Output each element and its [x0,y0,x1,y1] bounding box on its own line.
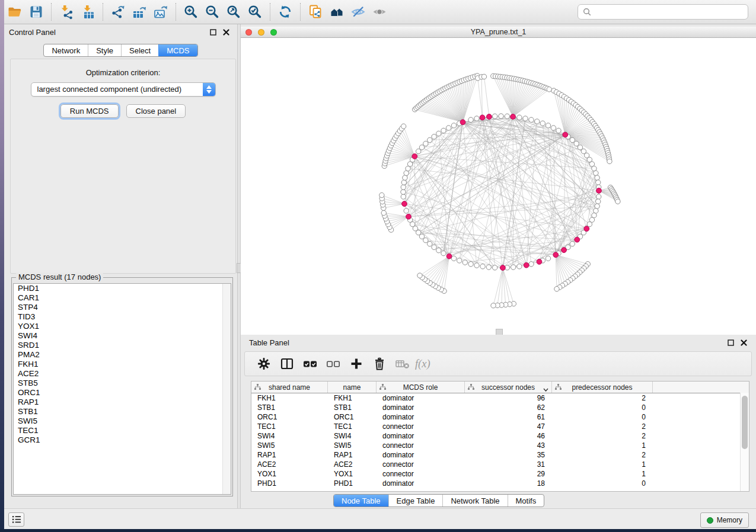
table-row[interactable]: TEC1TEC1connector472 [251,422,749,431]
graph-node[interactable] [570,137,575,142]
export-table-icon[interactable] [129,2,150,22]
graph-node[interactable] [474,263,479,268]
table-row[interactable]: ACE2ACE2connector311 [251,460,749,469]
run-mcds-button[interactable]: Run MCDS [60,104,119,118]
graph-leaf-node[interactable] [607,159,612,164]
graph-leaf-node[interactable] [554,287,559,291]
network-view[interactable] [241,38,756,335]
graph-node[interactable] [499,114,503,118]
graph-node[interactable] [441,251,446,255]
close-panel-icon[interactable] [737,338,750,347]
search-input[interactable] [595,7,743,17]
list-item[interactable]: ORC1 [14,388,231,398]
list-item[interactable]: STP4 [14,303,231,312]
table-row[interactable]: PHD1PHD1dominator180 [251,479,749,488]
refresh-network-icon[interactable] [275,2,296,22]
graph-node[interactable] [551,126,556,130]
graph-node[interactable] [423,141,428,146]
select-all-icon[interactable] [298,353,321,374]
column-header-name[interactable]: name [328,382,377,393]
graph-leaf-node[interactable] [481,74,486,79]
graph-hub-node[interactable] [500,265,505,271]
table-row[interactable]: RAP1RAP1dominator352 [251,450,749,460]
graph-node[interactable] [540,121,545,126]
graph-hub-node[interactable] [402,201,407,207]
task-history-button[interactable] [8,512,24,527]
graph-node[interactable] [480,264,485,269]
graph-node[interactable] [416,149,420,153]
show-all-icon[interactable] [369,2,390,22]
list-item[interactable]: SWI5 [14,416,231,426]
add-column-icon[interactable] [344,353,368,374]
graph-node[interactable] [529,262,534,267]
search-field[interactable] [578,4,748,20]
open-session-icon[interactable] [4,2,25,22]
import-network-icon[interactable] [56,2,77,22]
graph-leaf-node[interactable] [379,193,384,197]
zoom-in-icon[interactable] [180,2,202,22]
graph-node[interactable] [511,265,515,270]
graph-hub-node[interactable] [460,120,465,125]
graph-node[interactable] [594,171,598,175]
graph-hub-node[interactable] [553,252,559,258]
tab-style[interactable]: Style [88,44,121,56]
graph-node[interactable] [546,123,550,128]
network-window-titlebar[interactable]: YPA_prune.txt_1 [241,27,756,38]
table-row[interactable]: SWI5SWI5connector431 [251,441,749,450]
table-row[interactable]: STB1STB1dominator620 [251,403,749,412]
graph-node[interactable] [587,222,592,226]
float-panel-icon[interactable] [724,338,737,347]
close-panel-icon[interactable] [219,27,232,37]
list-item[interactable]: YOX1 [14,322,231,331]
tab-mcds[interactable]: MCDS [158,44,197,56]
graph-node[interactable] [595,199,600,204]
graph-node[interactable] [594,209,598,213]
graph-leaf-node[interactable] [615,199,620,204]
list-item[interactable]: TEC1 [14,426,231,435]
graph-hub-node[interactable] [511,114,516,120]
list-scrollbar[interactable] [222,284,231,494]
graph-hub-node[interactable] [575,237,580,242]
mcds-result-list[interactable]: PHD1CAR1STP4TID3YOX1SWI4SRD1PMA2FKH1ACE2… [13,283,231,495]
list-item[interactable]: TID3 [14,312,231,322]
graph-node[interactable] [404,171,409,175]
graph-node[interactable] [468,262,473,267]
graph-node[interactable] [436,248,441,252]
export-network-icon[interactable] [107,2,129,22]
table-scrollbar-thumb[interactable] [742,396,748,449]
list-item[interactable]: SWI4 [14,331,231,341]
tab-motifs[interactable]: Motifs [508,495,544,507]
graph-node[interactable] [428,241,432,246]
graph-node[interactable] [401,185,406,190]
graph-node[interactable] [451,123,456,128]
deselect-all-icon[interactable] [321,353,344,374]
graph-node[interactable] [441,128,446,133]
list-item[interactable]: PHD1 [14,284,231,293]
tab-network-table[interactable]: Network Table [442,495,507,507]
memory-button[interactable]: Memory [700,512,749,528]
delete-icon[interactable] [368,353,391,374]
graph-leaf-node[interactable] [381,210,386,215]
graph-hub-node[interactable] [563,132,568,137]
column-header-successor-nodes[interactable]: successor nodes [465,382,552,393]
graph-node[interactable] [529,117,534,122]
graph-node[interactable] [492,114,497,118]
graph-leaf-node[interactable] [547,87,551,92]
graph-node[interactable] [457,258,462,263]
table-row[interactable]: FKH1FKH1dominator962 [251,393,749,403]
list-item[interactable]: STB5 [14,379,231,388]
graph-node[interactable] [486,265,491,270]
graph-node[interactable] [592,166,596,171]
list-item[interactable]: STB1 [14,407,231,416]
tab-network[interactable]: Network [44,44,88,56]
import-table-icon[interactable] [77,2,98,22]
tab-node-table[interactable]: Node Table [334,495,388,507]
graph-node[interactable] [404,209,409,213]
graph-hub-node[interactable] [596,188,602,193]
graph-hub-node[interactable] [524,262,529,268]
table-scrollbar[interactable] [740,393,749,491]
column-header-MCDS-role[interactable]: MCDS role [377,382,465,393]
graph-node[interactable] [446,126,451,130]
zoom-out-icon[interactable] [202,2,223,22]
close-panel-button[interactable]: Close panel [126,104,186,118]
